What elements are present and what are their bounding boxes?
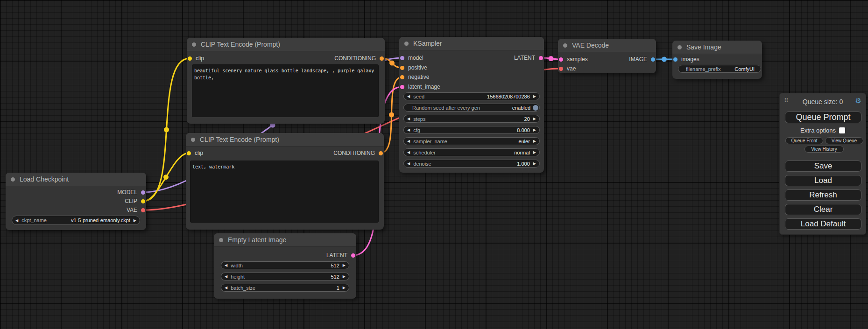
widget-cfg[interactable]: ◀ cfg 8.000 ▶ bbox=[403, 126, 540, 134]
increment-arrow-icon[interactable]: ▶ bbox=[339, 286, 349, 290]
save-button[interactable]: Save bbox=[785, 161, 861, 172]
output-slot-clip[interactable]: CLIP bbox=[125, 198, 146, 204]
input-slot-negative[interactable]: negative bbox=[399, 74, 429, 80]
conditioning-slot-dot[interactable] bbox=[400, 66, 404, 70]
view-history-button[interactable]: View History bbox=[804, 146, 844, 153]
clip-slot-dot[interactable] bbox=[187, 151, 191, 155]
vae-slot-dot[interactable] bbox=[141, 208, 145, 212]
widget-denoise[interactable]: ◀ denoise 1.000 ▶ bbox=[403, 160, 540, 168]
decrement-arrow-icon[interactable]: ◀ bbox=[404, 150, 413, 154]
toggle-icon[interactable] bbox=[533, 105, 538, 111]
widget-random-seed[interactable]: Random seed after every gen enabled bbox=[403, 104, 540, 112]
increment-arrow-icon[interactable]: ▶ bbox=[530, 150, 539, 154]
node-titlebar[interactable]: Load Checkpoint bbox=[6, 173, 146, 186]
node-titlebar[interactable]: CLIP Text Encode (Prompt) bbox=[186, 133, 384, 147]
input-slot-latent-image[interactable]: latent_image bbox=[399, 84, 440, 90]
node-load-checkpoint[interactable]: Load Checkpoint MODEL CLIP VAE ◀ ckpt_na… bbox=[6, 173, 146, 230]
latent-slot-dot[interactable] bbox=[400, 85, 404, 89]
widget-height[interactable]: ◀ height 512 ▶ bbox=[221, 273, 349, 280]
output-slot-vae[interactable]: VAE bbox=[127, 207, 146, 213]
input-slot-vae[interactable]: vae bbox=[558, 65, 576, 72]
collapse-dot-icon[interactable] bbox=[192, 42, 196, 47]
vae-slot-dot[interactable] bbox=[559, 67, 563, 71]
conditioning-slot-dot[interactable] bbox=[380, 56, 384, 61]
input-slot-images[interactable]: images bbox=[672, 56, 699, 63]
decrement-arrow-icon[interactable]: ◀ bbox=[404, 94, 413, 98]
decrement-arrow-icon[interactable]: ◀ bbox=[221, 286, 231, 290]
input-slot-model[interactable]: model bbox=[399, 55, 423, 61]
queue-prompt-button[interactable]: Queue Prompt bbox=[785, 112, 861, 123]
model-slot-dot[interactable] bbox=[400, 56, 404, 60]
latent-slot-dot[interactable] bbox=[539, 56, 543, 60]
node-graph-canvas[interactable]: Load Checkpoint MODEL CLIP VAE ◀ ckpt_na… bbox=[0, 0, 868, 329]
input-slot-clip[interactable]: clip bbox=[186, 150, 203, 156]
node-titlebar[interactable]: CLIP Text Encode (Prompt) bbox=[187, 38, 385, 51]
node-clip-text-encode-positive[interactable]: CLIP Text Encode (Prompt) clip CONDITION… bbox=[187, 38, 385, 124]
queue-front-button[interactable]: Queue Front bbox=[785, 137, 823, 144]
input-slot-samples[interactable]: samples bbox=[558, 56, 588, 63]
widget-width[interactable]: ◀ width 512 ▶ bbox=[221, 261, 349, 269]
widget-seed[interactable]: ◀ seed 156680208700286 ▶ bbox=[403, 92, 540, 100]
image-slot-dot[interactable] bbox=[651, 57, 655, 62]
gear-icon[interactable]: ⚙ bbox=[855, 97, 861, 105]
conditioning-slot-dot[interactable] bbox=[400, 75, 404, 79]
increment-arrow-icon[interactable]: ▶ bbox=[530, 94, 539, 98]
decrement-arrow-icon[interactable]: ◀ bbox=[404, 161, 413, 166]
node-ksampler[interactable]: KSampler model positive negative latent_… bbox=[399, 37, 544, 173]
increment-arrow-icon[interactable]: ▶ bbox=[339, 263, 349, 267]
decrement-arrow-icon[interactable]: ◀ bbox=[404, 117, 413, 121]
decrement-arrow-icon[interactable]: ◀ bbox=[12, 218, 21, 223]
node-vae-decode[interactable]: VAE Decode samples vae IMAGE bbox=[558, 39, 656, 73]
node-titlebar[interactable]: KSampler bbox=[399, 37, 544, 50]
collapse-dot-icon[interactable] bbox=[11, 177, 15, 182]
latent-slot-dot[interactable] bbox=[351, 253, 355, 258]
widget-filename-prefix[interactable]: filename_prefix ComfyUI bbox=[678, 65, 761, 73]
decrement-arrow-icon[interactable]: ◀ bbox=[404, 128, 413, 132]
load-default-button[interactable]: Load Default bbox=[785, 218, 861, 230]
increment-arrow-icon[interactable]: ▶ bbox=[339, 274, 349, 279]
output-slot-latent[interactable]: LATENT bbox=[326, 252, 356, 259]
widget-batch-size[interactable]: ◀ batch_size 1 ▶ bbox=[221, 284, 349, 292]
conditioning-slot-dot[interactable] bbox=[379, 151, 383, 155]
prompt-textarea[interactable]: beautiful scenery nature glass bottle la… bbox=[192, 64, 379, 117]
node-titlebar[interactable]: Save Image bbox=[672, 41, 762, 54]
load-button[interactable]: Load bbox=[785, 175, 861, 186]
view-queue-button[interactable]: View Queue bbox=[825, 137, 863, 144]
output-slot-conditioning[interactable]: CONDITIONING bbox=[333, 150, 384, 156]
widget-sampler-name[interactable]: ◀ sampler_name euler ▶ bbox=[403, 137, 540, 145]
collapse-dot-icon[interactable] bbox=[563, 43, 567, 48]
increment-arrow-icon[interactable]: ▶ bbox=[530, 161, 539, 166]
output-slot-conditioning[interactable]: CONDITIONING bbox=[334, 55, 385, 62]
output-slot-image[interactable]: IMAGE bbox=[629, 56, 656, 63]
widget-scheduler[interactable]: ◀ scheduler normal ▶ bbox=[403, 148, 540, 156]
node-clip-text-encode-negative[interactable]: CLIP Text Encode (Prompt) clip CONDITION… bbox=[186, 133, 384, 230]
collapse-dot-icon[interactable] bbox=[219, 238, 223, 242]
output-slot-model[interactable]: MODEL bbox=[117, 189, 146, 196]
refresh-button[interactable]: Refresh bbox=[785, 189, 861, 201]
increment-arrow-icon[interactable]: ▶ bbox=[530, 117, 539, 121]
node-titlebar[interactable]: Empty Latent Image bbox=[214, 233, 356, 247]
decrement-arrow-icon[interactable]: ◀ bbox=[221, 274, 231, 279]
latent-slot-dot[interactable] bbox=[559, 57, 563, 62]
image-slot-dot[interactable] bbox=[673, 57, 677, 62]
widget-ckpt-name[interactable]: ◀ ckpt_name v1-5-pruned-emaonly.ckpt ▶ bbox=[12, 216, 140, 225]
model-slot-dot[interactable] bbox=[141, 190, 145, 195]
collapse-dot-icon[interactable] bbox=[677, 45, 682, 49]
collapse-dot-icon[interactable] bbox=[404, 42, 409, 46]
widget-steps[interactable]: ◀ steps 20 ▶ bbox=[403, 115, 540, 123]
prompt-textarea[interactable]: text, watermark bbox=[190, 161, 379, 223]
input-slot-clip[interactable]: clip bbox=[187, 55, 204, 62]
output-slot-latent[interactable]: LATENT bbox=[514, 55, 544, 61]
increment-arrow-icon[interactable]: ▶ bbox=[130, 218, 140, 223]
increment-arrow-icon[interactable]: ▶ bbox=[530, 128, 539, 132]
decrement-arrow-icon[interactable]: ◀ bbox=[221, 263, 231, 267]
clear-button[interactable]: Clear bbox=[785, 204, 861, 215]
input-slot-positive[interactable]: positive bbox=[399, 64, 427, 71]
node-empty-latent-image[interactable]: Empty Latent Image LATENT ◀ width 512 ▶ … bbox=[214, 233, 356, 299]
clip-slot-dot[interactable] bbox=[188, 56, 192, 61]
collapse-dot-icon[interactable] bbox=[191, 138, 195, 142]
increment-arrow-icon[interactable]: ▶ bbox=[530, 139, 539, 143]
extra-options-checkbox[interactable] bbox=[839, 127, 845, 133]
node-titlebar[interactable]: VAE Decode bbox=[558, 39, 656, 52]
decrement-arrow-icon[interactable]: ◀ bbox=[404, 139, 413, 143]
